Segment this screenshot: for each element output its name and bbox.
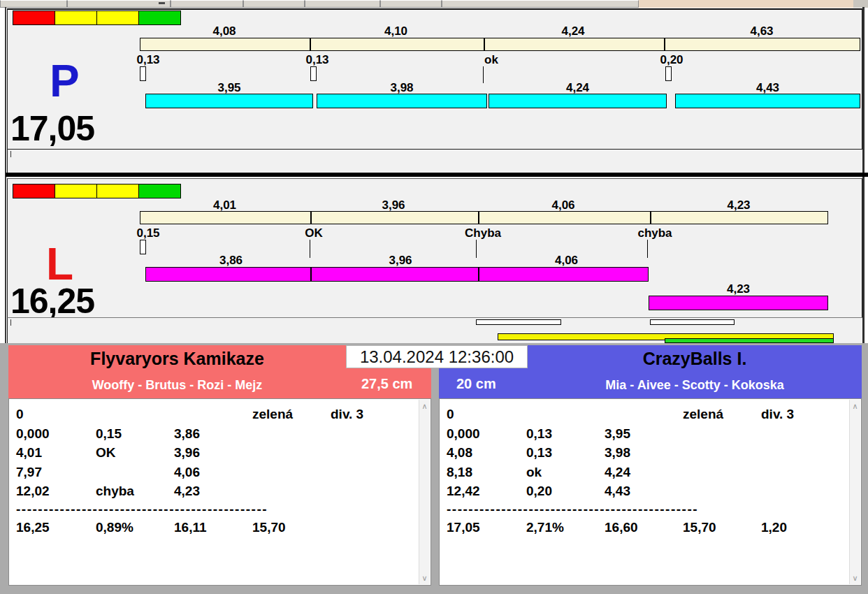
split-tick (478, 212, 479, 224)
scrollbar[interactable]: ∧ ∨ (849, 400, 860, 584)
total-time-cell: 16,25 (16, 518, 96, 537)
pass-label: OK (282, 226, 345, 240)
pass-marker-box (665, 66, 672, 81)
table-cell (331, 518, 431, 537)
table-row: 12,02 chyba 4,23 (9, 481, 431, 501)
division-cell: div. 3 (761, 405, 861, 424)
table-summary-row: 16,25 0,89% 16,11 15,70 (9, 518, 431, 537)
table-cell: 0,20 (526, 481, 605, 501)
table-cell: 1,20 (761, 518, 861, 537)
table-row: 7,97 4,06 (9, 463, 431, 482)
table-cell: 12,42 (447, 481, 526, 501)
team-name: CrazyBalls I. (528, 349, 862, 369)
light-green-segment (139, 184, 180, 198)
chrome-segment (380, 0, 442, 8)
split-tick (650, 212, 651, 224)
table-cell: 3,95 (605, 424, 683, 444)
light-yellow-segment (97, 184, 139, 198)
split-time-label: 4,10 (309, 24, 483, 38)
chrome-segment (442, 0, 639, 8)
table-cell: 7,97 (16, 463, 96, 482)
dog-time-bar (489, 94, 667, 108)
jump-height-label: 20 cm (456, 376, 496, 392)
dog-time-label: 3,86 (145, 254, 317, 268)
table-cell: 16,11 (174, 518, 252, 537)
dog-time-bar (675, 94, 860, 108)
table-row: 0,000 0,15 3,86 (9, 424, 431, 444)
light-red-segment (13, 11, 55, 24)
dog-time-label: 4,06 (484, 254, 649, 268)
score-board-band: 13.04.2024 12:36:00 Flyvaryors Kamikaze … (0, 343, 868, 594)
dog-time-label: 3,95 (145, 81, 313, 95)
pass-label: 0,13 (117, 53, 180, 67)
split-time-label: 4,24 (483, 24, 663, 38)
split-tick (310, 212, 312, 224)
dog-time-label: 4,24 (489, 81, 667, 95)
light-green-segment (139, 11, 180, 24)
team-result-table-left: 0 zelená div. 3 0,000 0,15 3,86 4,01 (8, 398, 431, 586)
table-cell: 0 (447, 405, 526, 424)
team-panel-right: CrazyBalls I. Mia - Aivee - Scotty - Kok… (439, 345, 862, 586)
start-light-cell: zelená (252, 405, 331, 424)
dog-time-label: 3,98 (317, 81, 487, 95)
table-cell: 4,01 (16, 443, 96, 463)
scroll-down-icon[interactable]: ∨ (850, 573, 860, 583)
jump-height-label: 27,5 cm (361, 376, 412, 392)
lane-divider (6, 173, 868, 177)
chrome-tan-area (639, 0, 853, 8)
table-cell: 15,70 (252, 518, 331, 537)
lane-gap-strip (7, 150, 862, 173)
lane-l-total: 16,25 (10, 284, 94, 319)
dog-time-bar (145, 267, 649, 282)
dog-time-label: 4,43 (675, 81, 860, 95)
dog-time-bar (649, 296, 828, 310)
table-row: 0 zelená div. 3 (9, 405, 431, 424)
traffic-light-icon (13, 184, 181, 198)
gap-tick (10, 319, 11, 326)
pass-label: 0,13 (286, 53, 349, 67)
team-dogs: Mia - Aivee - Scotty - Kokoska (528, 378, 862, 393)
table-cell: 0,000 (16, 424, 96, 444)
split-tick (484, 38, 485, 50)
table-row: 4,08 0,13 3,98 (440, 443, 861, 463)
scroll-up-icon[interactable]: ∧ (850, 401, 860, 411)
split-time-label: 4,08 (140, 24, 309, 38)
table-cell: 4,08 (447, 443, 526, 463)
team-result-table-right: 0 zelená div. 3 0,000 0,13 3,95 4,08 (439, 398, 862, 586)
outline-bar (476, 319, 561, 325)
team-panel-left: Flyvaryors Kamikaze Wooffy - Brutus - Ro… (8, 345, 431, 586)
table-row: 8,18 ok 4,24 (440, 463, 861, 482)
scroll-down-icon[interactable]: ∨ (419, 573, 430, 583)
light-yellow-segment (55, 184, 97, 198)
table-cell: 0,15 (96, 424, 174, 444)
pass-label: 0,20 (640, 53, 703, 67)
table-separator: ----------------------------------------… (9, 501, 431, 518)
scrollbar[interactable]: ∧ ∨ (419, 400, 430, 584)
pass-marker-box (140, 66, 146, 81)
team-name: Flyvaryors Kamikaze (8, 349, 346, 369)
scroll-up-icon[interactable]: ∧ (419, 401, 430, 411)
table-summary-row: 17,05 2,71% 16,60 15,70 1,20 (440, 518, 861, 537)
table-cell: 3,98 (605, 443, 683, 463)
light-red-segment (13, 184, 55, 198)
chrome-segment (0, 0, 67, 8)
dog-time-label: 4,23 (649, 282, 828, 296)
split-time-label: 4,01 (140, 198, 310, 212)
split-tick (310, 38, 311, 50)
lane-p-panel: 4,08 4,10 4,24 4,63 0,13 0,13 ok 0,20 3,… (7, 8, 862, 150)
pass-label: Chyba (451, 226, 514, 240)
light-yellow-segment (97, 11, 139, 24)
lane-p-total: 17,05 (10, 111, 94, 146)
lane-p-label: P (50, 59, 80, 103)
table-row: 4,01 OK 3,96 (9, 443, 431, 463)
table-cell: OK (96, 443, 174, 463)
table-cell: 0,000 (447, 424, 526, 444)
gap-tick (10, 151, 11, 157)
percent-cell: 0,89% (96, 518, 174, 537)
table-cell: 16,60 (605, 518, 683, 537)
split-bar (140, 211, 828, 224)
total-time-cell: 17,05 (447, 518, 526, 537)
window-top-strip (0, 0, 868, 8)
split-time-label: 4,06 (477, 198, 649, 212)
split-bar (140, 38, 860, 51)
